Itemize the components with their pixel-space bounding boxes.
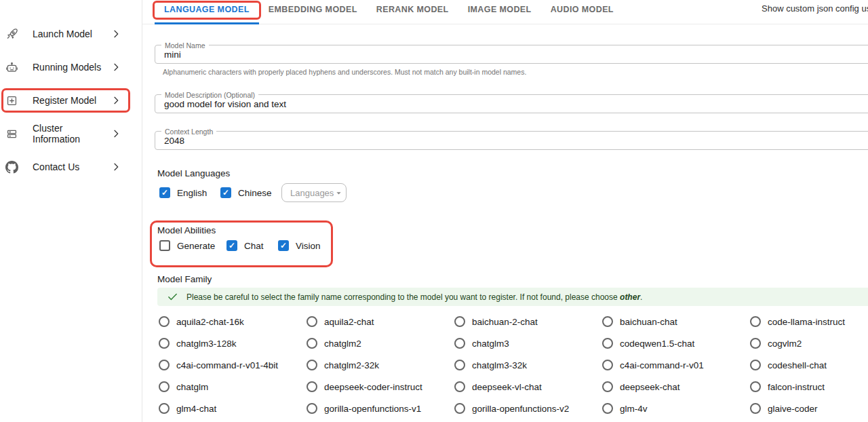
radio-unchecked-icon[interactable] <box>159 338 170 349</box>
languages-dropdown[interactable]: Languages <box>281 183 347 202</box>
show-custom-json-config-link[interactable]: Show custom json config used b <box>762 3 868 14</box>
radio-unchecked-icon[interactable] <box>307 403 317 414</box>
model-family-option-deepseek-coder-instruct[interactable]: deepseek-coder-instruct <box>307 376 454 398</box>
model-family-option-cogvlm2[interactable]: cogvlm2 <box>750 332 868 354</box>
model-family-option-codeshell-chat[interactable]: codeshell-chat <box>750 354 868 376</box>
checkbox-english[interactable]: English <box>159 187 207 198</box>
model-family-option-aquila2-chat-16k[interactable]: aquila2-chat-16k <box>159 311 307 332</box>
model-name-field[interactable]: Model Name mini <box>155 45 868 64</box>
radio-unchecked-icon[interactable] <box>750 316 761 327</box>
radio-unchecked-icon[interactable] <box>159 316 170 327</box>
model-family-option-baichuan-chat[interactable]: baichuan-chat <box>602 311 750 332</box>
checkbox-checked-icon[interactable] <box>159 187 170 198</box>
radio-unchecked-icon[interactable] <box>307 381 317 392</box>
radio-unchecked-icon[interactable] <box>454 360 465 370</box>
model-family-option-chatglm2-32k[interactable]: chatglm2-32k <box>307 354 454 376</box>
checkbox-label: English <box>177 188 207 198</box>
radio-unchecked-icon[interactable] <box>750 381 761 392</box>
radio-unchecked-icon[interactable] <box>602 338 613 349</box>
model-type-tabbar: LANGUAGE MODEL EMBEDDING MODEL RERANK MO… <box>142 0 868 24</box>
model-description-value: good model for vision and text <box>164 95 286 113</box>
model-family-option-baichuan-2-chat[interactable]: baichuan-2-chat <box>454 311 602 332</box>
radio-unchecked-icon[interactable] <box>602 360 613 370</box>
radio-unchecked-icon[interactable] <box>602 381 613 392</box>
model-family-option-aquila2-chat[interactable]: aquila2-chat <box>307 311 454 332</box>
radio-unchecked-icon[interactable] <box>159 403 170 414</box>
checkbox-chinese[interactable]: Chinese <box>220 187 272 198</box>
tab-rerank-model[interactable]: RERANK MODEL <box>367 0 458 24</box>
model-family-option-falcon-instruct[interactable]: falcon-instruct <box>750 376 868 398</box>
checkbox-generate[interactable]: Generate <box>159 240 215 251</box>
radio-unchecked-icon[interactable] <box>159 381 170 392</box>
model-family-option-glaive-coder[interactable]: glaive-coder <box>750 398 868 419</box>
radio-unchecked-icon[interactable] <box>750 360 761 370</box>
model-family-option-gorilla-openfunctions-v2[interactable]: gorilla-openfunctions-v2 <box>454 398 602 419</box>
context-length-value: 2048 <box>164 132 184 150</box>
checkbox-label: Generate <box>177 241 215 251</box>
sidebar-item-running-models[interactable]: Running Models <box>0 54 142 81</box>
model-languages-section-label: Model Languages <box>157 168 230 178</box>
radio-unchecked-icon[interactable] <box>307 338 317 349</box>
main-content: LANGUAGE MODEL EMBEDDING MODEL RERANK MO… <box>142 0 868 422</box>
tab-embedding-model[interactable]: EMBEDDING MODEL <box>259 0 367 24</box>
model-family-option-glm-4v[interactable]: glm-4v <box>602 398 750 419</box>
radio-unchecked-icon[interactable] <box>307 360 317 370</box>
model-description-field[interactable]: Model Description (Optional) good model … <box>155 94 868 113</box>
chevron-right-icon <box>111 128 121 139</box>
model-family-option-gorilla-openfunctions-v1[interactable]: gorilla-openfunctions-v1 <box>307 398 454 419</box>
radio-unchecked-icon[interactable] <box>454 338 465 349</box>
model-family-option-chatglm3-32k[interactable]: chatglm3-32k <box>454 354 602 376</box>
checkbox-label: Chat <box>244 241 264 251</box>
radio-unchecked-icon[interactable] <box>307 316 317 327</box>
checkbox-checked-icon[interactable] <box>226 240 237 251</box>
model-family-option-c4ai-command-r-v01-4bit[interactable]: c4ai-command-r-v01-4bit <box>159 354 307 376</box>
tab-label: LANGUAGE MODEL <box>164 5 250 14</box>
model-family-option-chatglm3-128k[interactable]: chatglm3-128k <box>159 332 307 354</box>
checkbox-label: Vision <box>296 241 321 251</box>
sidebar-item-cluster-information[interactable]: Cluster Information <box>0 120 142 147</box>
sidebar-item-label: Running Models <box>33 62 111 73</box>
model-family-option-deepseek-chat[interactable]: deepseek-chat <box>602 376 750 398</box>
tab-image-model[interactable]: IMAGE MODEL <box>458 0 541 24</box>
model-family-option-chatglm3[interactable]: chatglm3 <box>454 332 602 354</box>
tab-indicator <box>155 22 259 24</box>
model-family-option-codeqwen1-5-chat[interactable]: codeqwen1.5-chat <box>602 332 750 354</box>
model-family-option-chatglm[interactable]: chatglm <box>159 376 307 398</box>
checkbox-checked-icon[interactable] <box>220 187 231 198</box>
radio-unchecked-icon[interactable] <box>159 360 170 370</box>
tab-language-model[interactable]: LANGUAGE MODEL <box>155 0 259 24</box>
model-name-value: mini <box>164 45 181 64</box>
model-family-option-deepseek-vl-chat[interactable]: deepseek-vl-chat <box>454 376 602 398</box>
sidebar-item-launch-model[interactable]: Launch Model <box>0 20 142 47</box>
radio-unchecked-icon[interactable] <box>750 403 761 414</box>
github-icon <box>5 161 18 174</box>
radio-unchecked-icon[interactable] <box>454 316 465 327</box>
checkbox-checked-icon[interactable] <box>278 240 289 251</box>
languages-dropdown-value: Languages <box>290 188 334 198</box>
tab-label: IMAGE MODEL <box>468 5 532 14</box>
tab-label: AUDIO MODEL <box>551 5 614 14</box>
radio-unchecked-icon[interactable] <box>602 403 613 414</box>
plus-square-icon <box>5 94 18 107</box>
radio-unchecked-icon[interactable] <box>454 403 465 414</box>
radio-unchecked-icon[interactable] <box>454 381 465 392</box>
radio-unchecked-icon[interactable] <box>750 338 761 349</box>
model-family-option-c4ai-command-r-v01[interactable]: c4ai-command-r-v01 <box>602 354 750 376</box>
sidebar-item-contact-us[interactable]: Contact Us <box>0 153 142 180</box>
sidebar-item-label: Launch Model <box>33 28 111 39</box>
tab-label: EMBEDDING MODEL <box>269 5 357 14</box>
model-name-helper-text: Alphanumeric characters with properly pl… <box>163 68 526 76</box>
cluster-icon <box>5 128 18 140</box>
checkbox-vision[interactable]: Vision <box>278 240 321 251</box>
radio-unchecked-icon[interactable] <box>602 316 613 327</box>
rocket-icon <box>5 28 18 41</box>
model-family-option-chatglm2[interactable]: chatglm2 <box>307 332 454 354</box>
tab-audio-model[interactable]: AUDIO MODEL <box>541 0 623 24</box>
checkbox-chat[interactable]: Chat <box>226 240 264 251</box>
checkbox-unchecked-icon[interactable] <box>159 240 170 251</box>
model-abilities-section-label: Model Abilities <box>157 225 216 235</box>
sidebar-item-register-model[interactable]: Register Model <box>0 87 142 114</box>
model-family-option-glm4-chat[interactable]: glm4-chat <box>159 398 307 419</box>
model-family-option-code-llama-instruct[interactable]: code-llama-instruct <box>750 311 868 332</box>
context-length-field[interactable]: Context Length 2048 <box>155 131 868 150</box>
